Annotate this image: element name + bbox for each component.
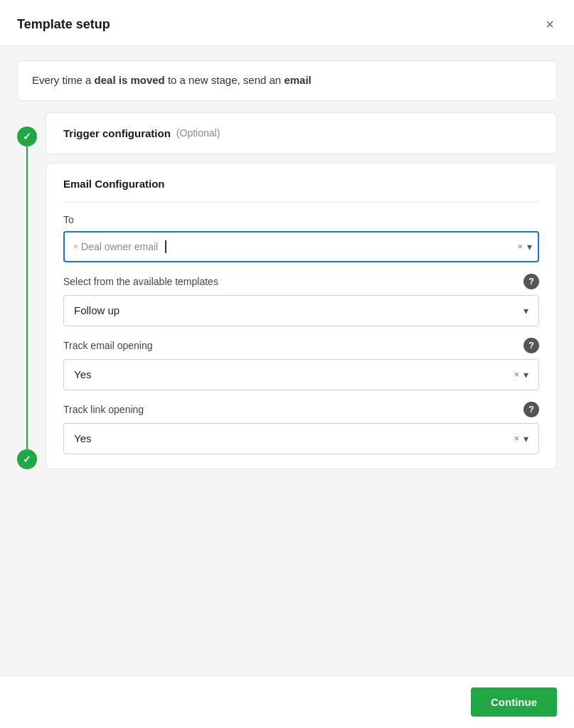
timeline: ✓ ✓: [17, 112, 37, 469]
text-cursor: [165, 240, 166, 253]
close-button[interactable]: ×: [543, 14, 557, 34]
to-label: To: [63, 214, 539, 225]
track-opening-chevron-icon[interactable]: ▾: [523, 369, 528, 380]
modal-header: Template setup ×: [0, 0, 574, 46]
to-clear-icon[interactable]: ×: [517, 241, 523, 252]
email-config-card: Email Configuration To × Deal owner emai…: [46, 163, 557, 469]
template-label-row: Select from the available templates ?: [63, 274, 539, 289]
summary-banner: Every time a deal is moved to a new stag…: [17, 60, 557, 101]
workflow-area: ✓ ✓ Trigger configuration (Optional): [17, 112, 557, 469]
trigger-card: Trigger configuration (Optional): [46, 112, 557, 154]
to-input-controls: × ▾: [517, 241, 532, 252]
summary-text: Every time a deal is moved to a new stag…: [32, 74, 312, 86]
continue-button[interactable]: Continue: [471, 687, 557, 717]
tag-label: Deal owner email: [81, 241, 158, 252]
template-select[interactable]: Follow up ▾: [63, 295, 539, 326]
track-opening-clear-icon[interactable]: ×: [514, 369, 519, 380]
track-link-chevron-icon[interactable]: ▾: [523, 433, 528, 444]
track-link-value: Yes: [74, 432, 91, 444]
track-opening-controls: × ▾: [514, 369, 528, 380]
template-label: Select from the available templates: [63, 276, 218, 287]
track-opening-label: Track email opening: [63, 340, 153, 351]
track-opening-help-icon[interactable]: ?: [523, 338, 539, 353]
template-help-icon[interactable]: ?: [523, 274, 539, 289]
trigger-optional: (Optional): [176, 127, 220, 139]
track-link-label-row: Track link opening ?: [63, 402, 539, 417]
track-link-help-icon[interactable]: ?: [523, 402, 539, 417]
template-selected-value: Follow up: [74, 304, 119, 316]
to-input-field[interactable]: × Deal owner email × ▾: [63, 231, 539, 262]
to-chevron-icon[interactable]: ▾: [527, 241, 532, 252]
track-link-controls: × ▾: [514, 433, 528, 444]
trigger-title: Trigger configuration: [63, 127, 171, 139]
email-config-title: Email Configuration: [63, 178, 165, 190]
modal-container: Template setup × Every time a deal is mo…: [0, 0, 574, 728]
track-link-select[interactable]: Yes × ▾: [63, 423, 539, 454]
divider-1: [63, 202, 539, 203]
trigger-title-row: Trigger configuration (Optional): [63, 127, 539, 139]
modal-title: Template setup: [17, 17, 110, 32]
timeline-dot-1: ✓: [17, 127, 37, 146]
track-opening-label-row: Track email opening ?: [63, 338, 539, 353]
timeline-line: [26, 146, 28, 449]
modal-body: Every time a deal is moved to a new stag…: [0, 46, 574, 675]
tag-remove-icon[interactable]: ×: [73, 242, 78, 252]
template-chevron-icon: ▾: [523, 305, 528, 316]
cards-area: Trigger configuration (Optional) Email C…: [46, 112, 557, 469]
deal-owner-tag: × Deal owner email: [70, 240, 161, 254]
timeline-dot-2: ✓: [17, 449, 37, 469]
track-link-label: Track link opening: [63, 404, 144, 415]
track-link-clear-icon[interactable]: ×: [514, 433, 519, 444]
modal-footer: Continue: [0, 675, 574, 728]
track-opening-value: Yes: [74, 368, 91, 380]
track-opening-select[interactable]: Yes × ▾: [63, 359, 539, 390]
